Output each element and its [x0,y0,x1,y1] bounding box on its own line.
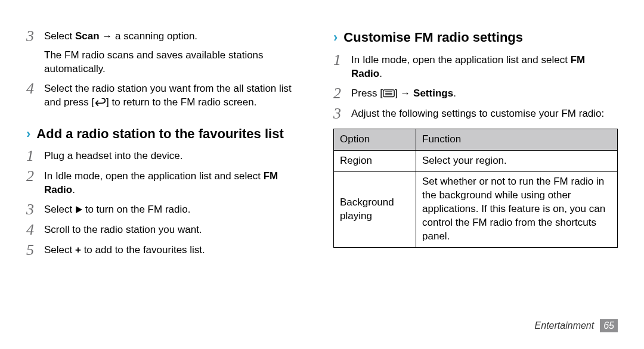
settings-table: Option Function Region Select your regio… [333,129,618,248]
step-body: In Idle mode, open the application list … [351,52,618,81]
play-icon [75,204,82,211]
step-4: 4 Select the radio station you want from… [26,81,311,110]
col-option: Option [334,129,416,150]
heading-text: Customise FM radio settings [343,29,523,46]
step-body: Select the radio station you want from t… [44,81,311,110]
text: ] → [395,88,413,99]
step-body: Select to turn on the FM radio. [44,202,311,217]
step-number: 2 [26,169,44,184]
step-number: 4 [26,81,44,96]
text: Select [44,244,75,255]
text: → a scanning option. [100,30,197,42]
cell-function: Set whether or not to run the FM radio i… [416,172,618,248]
step-body: In Idle mode, open the application list … [44,169,311,197]
scan-label: Scan [75,30,100,42]
text: In Idle mode, open the application list … [44,170,264,182]
section-name: Entertainment [535,320,595,331]
text: . [72,184,75,195]
back-icon [94,97,106,105]
text: ] to return to the FM radio screen. [106,96,256,108]
page-footer: Entertainment 65 [26,319,618,332]
step-3-sub: The FM radio scans and saves available s… [44,49,311,76]
table-header-row: Option Function [334,129,618,150]
right-column: › Customise FM radio settings 1 In Idle … [333,29,618,319]
chevron-icon: › [333,31,338,44]
step-number: 3 [26,202,44,217]
cell-function: Select your region. [416,150,618,172]
page-number: 65 [600,319,618,332]
cell-option: Background playing [334,172,416,248]
text: Select [44,30,75,42]
step-body: Adjust the following settings to customi… [351,106,618,121]
step-3: 3 Select Scan → a scanning option. [26,29,311,44]
text: to add to the favourites list. [81,244,205,255]
plus-label: + [75,244,81,255]
table-row: Region Select your region. [334,150,618,172]
text: to turn on the FM radio. [82,204,190,215]
step-body: Scroll to the radio station you want. [44,222,311,237]
step-number: 5 [26,242,44,258]
text: Press [ [351,88,383,99]
step-b1: 1 In Idle mode, open the application lis… [333,52,618,81]
heading-customise-settings: › Customise FM radio settings [333,29,618,46]
step-b2: 2 Press [] → Settings. [333,86,618,101]
step-a5: 5 Select + to add to the favourites list… [26,242,311,258]
text: . [453,88,456,99]
step-body: Select + to add to the favourites list. [44,242,311,257]
text: . [379,68,382,79]
col-function: Function [416,129,618,150]
menu-icon [383,88,395,96]
left-column: 3 Select Scan → a scanning option. The F… [26,29,311,319]
step-a4: 4 Scroll to the radio station you want. [26,222,311,238]
step-a2: 2 In Idle mode, open the application lis… [26,169,311,197]
step-number: 3 [333,106,351,121]
step-number: 1 [333,52,351,68]
step-number: 4 [26,222,44,238]
heading-add-favourites: › Add a radio station to the favourites … [26,125,311,143]
chevron-icon: › [26,127,30,141]
step-number: 3 [26,29,44,44]
step-a1: 1 Plug a headset into the device. [26,148,311,164]
step-number: 2 [333,86,351,101]
step-body: Plug a headset into the device. [44,148,311,163]
step-body: Select Scan → a scanning option. [44,29,311,43]
table-row: Background playing Set whether or not to… [334,172,618,248]
text: In Idle mode, open the application list … [351,54,571,66]
settings-label: Settings [413,88,453,99]
step-b3: 3 Adjust the following settings to custo… [333,106,618,121]
text: Select [44,204,75,215]
svg-marker-0 [76,206,82,213]
step-body: Press [] → Settings. [351,86,618,101]
step-a3: 3 Select to turn on the FM radio. [26,202,311,217]
cell-option: Region [334,150,416,172]
step-number: 1 [26,148,44,164]
heading-text: Add a radio station to the favourites li… [36,125,283,143]
